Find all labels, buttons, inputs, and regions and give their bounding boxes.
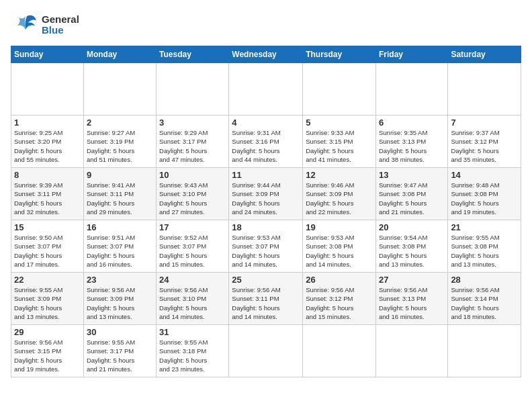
week-row-4: 15Sunrise: 9:50 AM Sunset: 3:07 PM Dayli… <box>11 220 521 273</box>
day-info: Sunrise: 9:55 AM Sunset: 3:08 PM Dayligh… <box>451 233 518 269</box>
day-info: Sunrise: 9:56 AM Sunset: 3:12 PM Dayligh… <box>306 285 373 321</box>
weekday-header-thursday: Thursday <box>303 46 376 63</box>
day-cell <box>157 63 229 116</box>
day-info: Sunrise: 9:37 AM Sunset: 3:12 PM Dayligh… <box>451 128 518 164</box>
day-info: Sunrise: 9:56 AM Sunset: 3:15 PM Dayligh… <box>14 338 81 373</box>
day-info: Sunrise: 9:51 AM Sunset: 3:07 PM Dayligh… <box>87 233 153 269</box>
day-cell: 28Sunrise: 9:56 AM Sunset: 3:14 PM Dayli… <box>448 273 521 325</box>
day-cell: 6Sunrise: 9:35 AM Sunset: 3:13 PM Daylig… <box>375 116 447 168</box>
day-cell <box>375 325 447 377</box>
day-number: 11 <box>232 170 300 180</box>
day-cell: 13Sunrise: 9:47 AM Sunset: 3:08 PM Dayli… <box>375 168 447 220</box>
day-number: 30 <box>87 327 153 337</box>
day-number: 16 <box>87 222 153 232</box>
day-cell: 17Sunrise: 9:52 AM Sunset: 3:07 PM Dayli… <box>157 220 229 273</box>
day-cell <box>11 63 84 116</box>
day-cell: 19Sunrise: 9:53 AM Sunset: 3:08 PM Dayli… <box>303 220 376 273</box>
day-cell: 9Sunrise: 9:41 AM Sunset: 3:11 PM Daylig… <box>83 168 156 220</box>
day-info: Sunrise: 9:27 AM Sunset: 3:19 PM Dayligh… <box>87 128 153 164</box>
day-number: 21 <box>451 222 518 232</box>
day-cell: 1Sunrise: 9:25 AM Sunset: 3:20 PM Daylig… <box>11 116 84 168</box>
day-cell <box>303 63 376 116</box>
day-info: Sunrise: 9:52 AM Sunset: 3:07 PM Dayligh… <box>159 233 226 269</box>
day-cell: 3Sunrise: 9:29 AM Sunset: 3:17 PM Daylig… <box>157 116 229 168</box>
day-number: 13 <box>379 170 445 180</box>
day-info: Sunrise: 9:48 AM Sunset: 3:08 PM Dayligh… <box>451 181 518 216</box>
day-info: Sunrise: 9:55 AM Sunset: 3:09 PM Dayligh… <box>14 285 81 321</box>
day-info: Sunrise: 9:47 AM Sunset: 3:08 PM Dayligh… <box>379 181 445 216</box>
day-cell: 18Sunrise: 9:53 AM Sunset: 3:07 PM Dayli… <box>229 220 303 273</box>
header: General Blue <box>11 11 521 39</box>
week-row-2: 1Sunrise: 9:25 AM Sunset: 3:20 PM Daylig… <box>11 116 521 168</box>
logo-svg <box>11 11 39 39</box>
day-number: 12 <box>306 170 373 180</box>
day-info: Sunrise: 9:41 AM Sunset: 3:11 PM Dayligh… <box>87 181 153 216</box>
day-cell <box>83 63 156 116</box>
page: General Blue SundayMondayTuesdayWednesda… <box>0 0 532 411</box>
weekday-header-monday: Monday <box>83 46 156 63</box>
day-cell: 21Sunrise: 9:55 AM Sunset: 3:08 PM Dayli… <box>448 220 521 273</box>
day-cell: 27Sunrise: 9:56 AM Sunset: 3:13 PM Dayli… <box>375 273 447 325</box>
day-number: 9 <box>87 170 153 180</box>
day-number: 24 <box>159 275 226 285</box>
logo: General Blue <box>11 11 79 39</box>
day-cell <box>375 63 447 116</box>
day-cell: 2Sunrise: 9:27 AM Sunset: 3:19 PM Daylig… <box>83 116 156 168</box>
day-number: 20 <box>379 222 445 232</box>
day-cell: 22Sunrise: 9:55 AM Sunset: 3:09 PM Dayli… <box>11 273 84 325</box>
day-cell: 20Sunrise: 9:54 AM Sunset: 3:08 PM Dayli… <box>375 220 447 273</box>
day-info: Sunrise: 9:53 AM Sunset: 3:07 PM Dayligh… <box>232 233 300 269</box>
day-cell: 25Sunrise: 9:56 AM Sunset: 3:11 PM Dayli… <box>229 273 303 325</box>
weekday-header-row: SundayMondayTuesdayWednesdayThursdayFrid… <box>11 46 521 63</box>
weekday-header-sunday: Sunday <box>11 46 84 63</box>
day-number: 10 <box>159 170 226 180</box>
day-info: Sunrise: 9:39 AM Sunset: 3:11 PM Dayligh… <box>14 181 81 216</box>
day-cell <box>229 325 303 377</box>
day-info: Sunrise: 9:54 AM Sunset: 3:08 PM Dayligh… <box>379 233 445 269</box>
day-number: 19 <box>306 222 373 232</box>
day-number: 4 <box>232 118 300 128</box>
day-number: 17 <box>159 222 226 232</box>
day-cell: 24Sunrise: 9:56 AM Sunset: 3:10 PM Dayli… <box>157 273 229 325</box>
day-info: Sunrise: 9:53 AM Sunset: 3:08 PM Dayligh… <box>306 233 373 269</box>
day-number: 31 <box>159 327 226 337</box>
day-info: Sunrise: 9:56 AM Sunset: 3:14 PM Dayligh… <box>451 285 518 321</box>
day-cell: 12Sunrise: 9:46 AM Sunset: 3:09 PM Dayli… <box>303 168 376 220</box>
week-row-5: 22Sunrise: 9:55 AM Sunset: 3:09 PM Dayli… <box>11 273 521 325</box>
weekday-header-wednesday: Wednesday <box>229 46 303 63</box>
day-number: 8 <box>14 170 81 180</box>
day-number: 26 <box>306 275 373 285</box>
day-info: Sunrise: 9:33 AM Sunset: 3:15 PM Dayligh… <box>306 128 373 164</box>
day-number: 27 <box>379 275 445 285</box>
day-info: Sunrise: 9:56 AM Sunset: 3:13 PM Dayligh… <box>379 285 445 321</box>
weekday-header-friday: Friday <box>375 46 447 63</box>
day-number: 7 <box>451 118 518 128</box>
day-number: 23 <box>87 275 153 285</box>
day-cell: 7Sunrise: 9:37 AM Sunset: 3:12 PM Daylig… <box>448 116 521 168</box>
day-info: Sunrise: 9:55 AM Sunset: 3:18 PM Dayligh… <box>159 338 226 373</box>
day-cell: 11Sunrise: 9:44 AM Sunset: 3:09 PM Dayli… <box>229 168 303 220</box>
day-number: 5 <box>306 118 373 128</box>
day-info: Sunrise: 9:55 AM Sunset: 3:17 PM Dayligh… <box>87 338 153 373</box>
day-info: Sunrise: 9:35 AM Sunset: 3:13 PM Dayligh… <box>379 128 445 164</box>
day-cell: 15Sunrise: 9:50 AM Sunset: 3:07 PM Dayli… <box>11 220 84 273</box>
day-cell: 14Sunrise: 9:48 AM Sunset: 3:08 PM Dayli… <box>448 168 521 220</box>
day-number: 6 <box>379 118 445 128</box>
day-cell: 8Sunrise: 9:39 AM Sunset: 3:11 PM Daylig… <box>11 168 84 220</box>
day-cell <box>303 325 376 377</box>
day-cell: 29Sunrise: 9:56 AM Sunset: 3:15 PM Dayli… <box>11 325 84 377</box>
day-cell: 5Sunrise: 9:33 AM Sunset: 3:15 PM Daylig… <box>303 116 376 168</box>
day-cell: 4Sunrise: 9:31 AM Sunset: 3:16 PM Daylig… <box>229 116 303 168</box>
day-number: 14 <box>451 170 518 180</box>
week-row-1 <box>11 63 521 116</box>
logo-blue: Blue <box>42 25 79 36</box>
day-number: 3 <box>159 118 226 128</box>
day-info: Sunrise: 9:46 AM Sunset: 3:09 PM Dayligh… <box>306 181 373 216</box>
week-row-6: 29Sunrise: 9:56 AM Sunset: 3:15 PM Dayli… <box>11 325 521 377</box>
weekday-header-tuesday: Tuesday <box>157 46 229 63</box>
week-row-3: 8Sunrise: 9:39 AM Sunset: 3:11 PM Daylig… <box>11 168 521 220</box>
day-info: Sunrise: 9:56 AM Sunset: 3:09 PM Dayligh… <box>87 285 153 321</box>
calendar-table: SundayMondayTuesdayWednesdayThursdayFrid… <box>11 46 521 377</box>
day-number: 1 <box>14 118 81 128</box>
day-info: Sunrise: 9:56 AM Sunset: 3:11 PM Dayligh… <box>232 285 300 321</box>
